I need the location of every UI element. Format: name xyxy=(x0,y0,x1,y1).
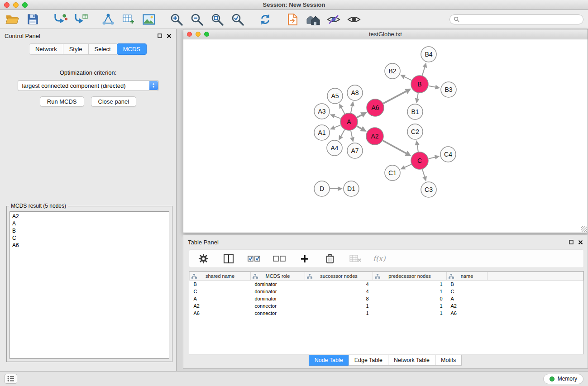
table-row[interactable]: A6connector11A6 xyxy=(190,310,583,317)
open-file-button[interactable] xyxy=(5,12,20,27)
close-panel-button[interactable]: Close panel xyxy=(91,96,137,107)
graph-edge-A6-B[interactable] xyxy=(383,91,406,104)
graph-edge-B-B1[interactable] xyxy=(417,93,418,99)
table-cell[interactable]: 1 xyxy=(305,302,373,310)
table-cell[interactable]: 4 xyxy=(305,281,373,288)
apply-layout-button[interactable] xyxy=(258,12,273,27)
result-item[interactable]: A xyxy=(12,220,169,227)
graph-edge-A2-C[interactable] xyxy=(383,141,406,153)
close-window-button[interactable] xyxy=(4,2,10,8)
zoom-window-button[interactable] xyxy=(22,2,28,8)
new-network-button[interactable] xyxy=(100,12,116,27)
zoom-selected-button[interactable] xyxy=(230,12,245,27)
table-cell[interactable]: connector xyxy=(251,302,305,310)
tab-mcds[interactable]: MCDS xyxy=(117,43,147,55)
table-row[interactable]: A2connector11A2 xyxy=(190,302,583,310)
add-row-button[interactable] xyxy=(297,251,312,267)
table-cell[interactable]: 1 xyxy=(373,310,447,317)
column-header-name[interactable]: name xyxy=(447,272,488,281)
select-all-button[interactable] xyxy=(246,251,262,267)
export-image-button[interactable] xyxy=(141,12,157,27)
tab-network[interactable]: Network xyxy=(29,43,63,55)
table-cell[interactable]: dominator xyxy=(251,295,305,302)
network-close-button[interactable] xyxy=(187,32,192,37)
column-header-shared-name[interactable]: shared name xyxy=(190,272,251,281)
search-box[interactable] xyxy=(449,14,583,24)
graph-edge-A-A3[interactable] xyxy=(335,116,340,119)
graph-edge-A-A6[interactable] xyxy=(357,115,362,118)
result-item[interactable]: A2 xyxy=(12,213,169,220)
tab-select[interactable]: Select xyxy=(88,43,117,55)
import-network-button[interactable] xyxy=(53,12,68,27)
table-row[interactable]: Bdominator41B xyxy=(190,281,583,288)
tab-node-table[interactable]: Node Table xyxy=(309,355,349,366)
table-cell[interactable]: A2 xyxy=(190,302,251,310)
split-view-button[interactable] xyxy=(221,251,236,267)
table-cell[interactable]: C xyxy=(190,288,251,295)
network-canvas[interactable]: B4B2BB3A5A8A6B1A3AC2A1A2A4A7C4CC1C3DD1 xyxy=(183,39,588,233)
resize-grip[interactable] xyxy=(581,226,587,232)
table-cell[interactable]: dominator xyxy=(251,288,305,295)
table-cell[interactable]: 1 xyxy=(373,302,447,310)
column-header-successor-nodes[interactable]: successor nodes xyxy=(305,272,373,281)
table-cell[interactable]: connector xyxy=(251,310,305,317)
table-cell[interactable]: A6 xyxy=(447,310,488,317)
graph-edge-A-A8[interactable] xyxy=(351,106,352,113)
table-cell[interactable]: 1 xyxy=(373,281,447,288)
table-cell[interactable]: A xyxy=(447,295,488,302)
table-cell[interactable]: 8 xyxy=(305,295,373,302)
memory-button[interactable]: Memory xyxy=(543,374,583,384)
deselect-all-button[interactable] xyxy=(272,251,287,267)
zoom-out-button[interactable] xyxy=(189,12,205,27)
criterion-dropdown[interactable]: largest connected component (directed) ▲… xyxy=(18,80,159,91)
table-cell[interactable]: 0 xyxy=(373,295,447,302)
function-builder-button[interactable]: f(x) xyxy=(373,254,385,263)
result-item[interactable]: B xyxy=(12,227,169,234)
table-row[interactable]: Adominator80A xyxy=(190,295,583,302)
float-table-panel-icon[interactable] xyxy=(569,240,574,244)
zoom-fit-button[interactable] xyxy=(210,12,225,27)
mcds-result-list[interactable]: A2ABCA6 xyxy=(10,211,169,359)
table-cell[interactable]: C xyxy=(447,288,488,295)
graph-edge-B-B2[interactable] xyxy=(405,77,411,80)
graph-edge-A-A1[interactable] xyxy=(335,125,341,128)
table-row[interactable]: Cdominator41C xyxy=(190,288,583,295)
network-zoom-button[interactable] xyxy=(204,32,209,37)
hide-graphics-details-button[interactable] xyxy=(326,12,341,27)
table-cell[interactable]: A6 xyxy=(190,310,251,317)
graph-edge-A-A7[interactable] xyxy=(351,131,352,138)
table-cell[interactable]: A2 xyxy=(447,302,488,310)
result-item[interactable]: C xyxy=(12,234,169,242)
network-graph[interactable]: B4B2BB3A5A8A6B1A3AC2A1A2A4A7C4CC1C3DD1 xyxy=(183,39,588,233)
network-minimize-button[interactable] xyxy=(196,32,201,37)
graph-edge-C-C4[interactable] xyxy=(429,157,435,158)
graph-edge-C-C3[interactable] xyxy=(422,169,425,176)
graph-edge-B-B3[interactable] xyxy=(429,86,435,87)
show-graphics-details-button[interactable] xyxy=(346,12,362,27)
table-cell[interactable]: B xyxy=(447,281,488,288)
graph-edge-C-C2[interactable] xyxy=(417,145,418,152)
table-settings-button[interactable] xyxy=(196,251,211,267)
tab-edge-table[interactable]: Edge Table xyxy=(349,355,388,366)
graph-edge-B-B4[interactable] xyxy=(422,67,425,76)
table-cell[interactable]: dominator xyxy=(251,281,305,288)
graph-edge-A-A2[interactable] xyxy=(357,126,361,129)
float-panel-icon[interactable] xyxy=(158,33,162,38)
table-cell[interactable]: B xyxy=(190,281,251,288)
graph-edge-A-A5[interactable] xyxy=(341,108,344,114)
task-history-button[interactable] xyxy=(5,374,17,384)
close-table-panel-icon[interactable] xyxy=(578,240,583,245)
table-cell[interactable]: 4 xyxy=(305,288,373,295)
graph-edge-C-C1[interactable] xyxy=(405,164,411,167)
table-cell[interactable]: A xyxy=(190,295,251,302)
column-header-predecessor-nodes[interactable]: predecessor nodes xyxy=(373,272,447,281)
export-network-button[interactable] xyxy=(285,12,301,27)
close-panel-icon[interactable] xyxy=(167,33,172,38)
column-header-mcds-role[interactable]: MCDS role xyxy=(251,272,305,281)
graph-edge-A-A4[interactable] xyxy=(341,130,344,136)
delete-table-button[interactable] xyxy=(348,251,363,267)
delete-row-button[interactable] xyxy=(322,251,338,267)
network-overview-button[interactable] xyxy=(306,12,321,27)
result-item[interactable]: A6 xyxy=(12,242,169,249)
tab-motifs[interactable]: Motifs xyxy=(435,355,462,366)
